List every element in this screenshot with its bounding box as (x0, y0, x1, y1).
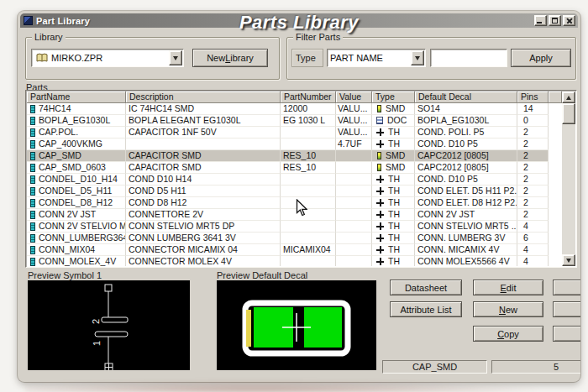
clipped-button-1[interactable] (553, 280, 580, 295)
th-icon (376, 211, 384, 218)
cell-part_number: RES_10 (281, 162, 336, 174)
app-icon (24, 16, 33, 25)
table-row[interactable]: CONDEL_D8_H12COND D8 H12THCOND ELET. D8 … (27, 197, 562, 209)
column-header-description[interactable]: Description (126, 91, 281, 103)
cell-pins: 2 (517, 174, 549, 186)
status-part-field: CAP_SMD (382, 360, 487, 374)
part-icon (30, 140, 35, 149)
cell-decal: BOPLA_EG1030L (415, 115, 517, 127)
new-library-button[interactable]: New Library (192, 49, 268, 67)
datasheet-button[interactable]: Datasheet (390, 280, 462, 295)
table-row[interactable]: CONN 2V JSTCONNETTORE 2VTHCONN 2V JST2 (27, 209, 562, 221)
minimize-button[interactable] (534, 15, 547, 26)
column-header-part_number[interactable]: PartNumber (281, 91, 336, 103)
part-icon (30, 152, 35, 160)
cell-pins: 2 (517, 197, 549, 209)
table-row[interactable]: CONDEL_D5_H11COND D5 H11THCOND ELET. D5 … (27, 186, 562, 197)
table-row[interactable]: CAP_400VKMG4.7UFTHCOND. D10 P52 (27, 139, 562, 150)
cell-pins: 0 (517, 115, 549, 127)
table-row[interactable]: CONN_LUMBERG364...CONN LUMBERG 3641 3VTH… (27, 233, 562, 244)
cell-value: VALU... (336, 115, 372, 127)
cell-part_number (281, 127, 336, 139)
library-combo-arrow-button[interactable] (169, 50, 182, 65)
cell-part_number: MICAMIX04 (281, 244, 336, 256)
cell-decal: SO14 (415, 103, 517, 115)
scroll-up-button[interactable] (562, 91, 575, 103)
cell-type: SMD (372, 103, 415, 115)
cell-value (336, 256, 372, 266)
cell-part_number (281, 256, 336, 266)
cell-description: COND D10 H14 (126, 174, 281, 186)
edit-button[interactable]: Edit (473, 280, 543, 295)
cell-description: COND D8 H12 (126, 197, 281, 209)
scrollbar-thumb[interactable] (562, 103, 575, 124)
cell-description: CONN STELVIO MRT5 DP (126, 221, 281, 233)
new-button[interactable]: New (473, 301, 543, 317)
cell-description: CAPACITOR SMD (126, 162, 281, 174)
cell-description: CONN LUMBERG 3641 3V (126, 233, 281, 244)
attribute-list-button[interactable]: Attribute List (390, 301, 462, 317)
library-group: Library MIRKO.ZPR New Library (25, 37, 280, 80)
scroll-down-button[interactable] (562, 254, 575, 266)
cell-type: TH (372, 244, 415, 256)
cell-value (336, 174, 372, 186)
cell-value (336, 209, 372, 221)
cell-part_number: RES_10 (281, 150, 336, 162)
th-icon (376, 187, 384, 195)
table-row[interactable]: CAP.POL.CAPACITOR 1NF 50VVALU...THCOND. … (27, 127, 562, 139)
cell-value (336, 244, 372, 256)
cell-type: TH (372, 233, 415, 244)
apply-button[interactable]: Apply (511, 49, 571, 67)
th-icon (376, 199, 384, 206)
table-row[interactable]: CAP_SMDCAPACITOR SMDRES_10SMDCAPC2012 [0… (27, 150, 562, 162)
column-header-name[interactable]: PartName (27, 91, 126, 103)
close-button[interactable] (563, 15, 575, 26)
clipped-button-3[interactable] (553, 326, 580, 342)
cell-decal: COND. D10 P5 (415, 139, 517, 150)
cell-part_number (281, 186, 336, 197)
th-icon (376, 258, 384, 265)
table-row[interactable]: CONN 2V STELVIO MR...CONN STELVIO MRT5 D… (27, 221, 562, 233)
table-row[interactable]: 74HC14IC 74HC14 SMD12000VALU...SMDSO1414 (27, 103, 562, 115)
part-icon (30, 128, 35, 137)
table-row[interactable]: BOPLA_EG1030LBOPLA ELEGANT EG1030LEG 103… (27, 115, 562, 127)
cell-decal: COND ELET. D5 H11 P2... (415, 186, 517, 197)
filter-type-label: Type (291, 49, 323, 67)
table-row[interactable]: CAP_SMD_0603CAPACITOR SMDRES_10SMDCAPC20… (27, 162, 562, 174)
table-row[interactable]: CONN_MOLEX_4VCONNECTOR MOLEX 4VTHCONN MO… (27, 256, 562, 266)
cell-name: CONN_MOLEX_4V (27, 256, 126, 266)
table-scrollbar[interactable] (562, 91, 575, 266)
table-row[interactable]: CONN_MIX04CONNECTOR MICAMIX 04MICAMIX04T… (27, 244, 562, 256)
clipped-button-2[interactable] (553, 301, 580, 317)
filter-type-combobox[interactable]: PART NAME (327, 49, 426, 67)
cell-part_number (281, 221, 336, 233)
cell-value: 4.7UF (336, 139, 372, 150)
column-header-decal[interactable]: Default Decal (415, 91, 517, 103)
cell-decal: CONN. MICAMIX 4V (415, 244, 517, 256)
cell-name: CONDEL_D8_H12 (27, 197, 126, 209)
copy-button[interactable]: Copy (473, 326, 543, 342)
table-row[interactable]: CONDEL_D10_H14COND D10 H14THCOND. D10 P5… (27, 174, 562, 186)
part-icon (30, 187, 35, 196)
cell-type: TH (372, 174, 415, 186)
column-header-type[interactable]: Type (372, 91, 415, 103)
part-icon (30, 234, 35, 243)
filter-query-input[interactable] (430, 49, 507, 67)
cell-value: VALU... (336, 127, 372, 139)
column-header-pins[interactable]: Pins (517, 91, 549, 103)
maximize-button[interactable] (549, 15, 561, 26)
filter-combo-arrow-button[interactable] (411, 50, 424, 65)
smd-icon (377, 105, 381, 112)
cell-part_number (281, 233, 336, 244)
cell-pins: 2 (517, 162, 549, 174)
part-icon (30, 164, 35, 172)
column-header-value[interactable]: Value (336, 91, 372, 103)
cell-part_number (281, 174, 336, 186)
cell-type: TH (372, 256, 415, 266)
cell-name: CAP.POL. (27, 127, 126, 139)
library-combobox[interactable]: MIRKO.ZPR (31, 49, 184, 67)
th-icon (376, 222, 384, 230)
cell-name: CONN_LUMBERG364... (27, 233, 126, 244)
cell-decal: COND. D10 P5 (415, 174, 517, 186)
th-icon (376, 140, 384, 148)
